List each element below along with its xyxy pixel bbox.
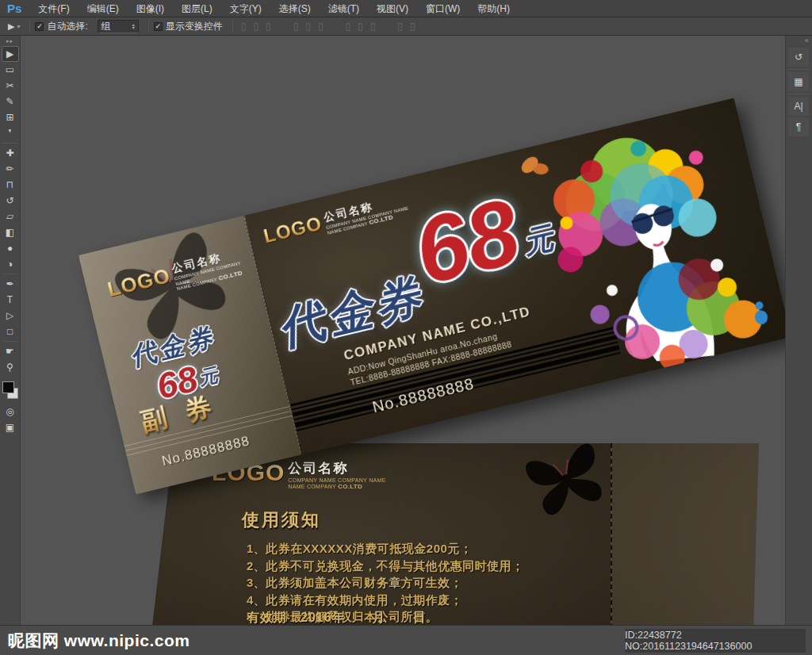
menu-edit[interactable]: 编辑(E) xyxy=(79,0,128,17)
zoom-tool-button[interactable]: ⚲ xyxy=(2,359,19,375)
toolbar-collapse-icon[interactable]: ▸▸ xyxy=(6,36,13,46)
current-tool-preset[interactable]: ▶ ▾ xyxy=(0,21,25,32)
align-bottom-edges-icon[interactable]: ▯ xyxy=(266,21,271,32)
color-swatches[interactable] xyxy=(1,380,20,404)
menu-image[interactable]: 图像(I) xyxy=(128,0,173,17)
clone-stamp-tool-button[interactable]: ⊓ xyxy=(2,177,19,193)
menu-select[interactable]: 选择(S) xyxy=(270,0,320,17)
divider xyxy=(3,143,17,144)
auto-align-layers-icon[interactable]: ▯ xyxy=(410,21,416,32)
photoshop-logo: Ps xyxy=(0,2,29,15)
menu-help[interactable]: 帮助(H) xyxy=(469,0,519,17)
align-top-edges-icon[interactable]: ▯ xyxy=(241,21,247,32)
company-logo-block: LOGO 公司名称 COMPANY NAME COMPANY NAME NAME… xyxy=(105,243,258,307)
divider xyxy=(787,94,810,94)
notice-item: 4、此券请在有效期内使用，过期作废； xyxy=(247,592,524,609)
menu-layer[interactable]: 图层(L) xyxy=(173,0,221,17)
path-selection-tool-button[interactable]: ▷ xyxy=(2,308,19,324)
quick-selection-tool-button[interactable]: ✎ xyxy=(2,94,19,109)
history-brush-tool-button[interactable]: ↺ xyxy=(2,193,19,209)
nipic-watermark: 昵图网 www.nipic.com xyxy=(0,630,190,652)
notice-item: 2、此券不可兑换现金，不得与其他优惠同时使用； xyxy=(247,557,524,575)
checkmark-icon: ✓ xyxy=(154,22,163,31)
notice-item: 1、此券在XXXXXX消费可抵现金200元； xyxy=(247,540,524,557)
tools-panel: ▸▸ ▶ ▭ ✂ ✎ ⊞ ❜ ✚ ✏ ⊓ ↺ ▱ ◧ ● ◑ ✒ T ▷ □ ☛… xyxy=(0,36,21,626)
dodge-tool-button[interactable]: ◑ xyxy=(2,256,19,272)
validity-date: 有效期：2016年 月 日 xyxy=(247,610,427,625)
align-horizontal-centers-icon[interactable]: ▯ xyxy=(305,21,311,32)
voucher-back-side[interactable]: LOGO 公司名称 COMPANY NAME COMPANY NAME NAME… xyxy=(148,443,759,625)
healing-brush-tool-button[interactable]: ✚ xyxy=(2,145,19,161)
divider xyxy=(3,341,17,342)
divider xyxy=(3,274,17,274)
menu-bar: Ps 文件(F) 编辑(E) 图像(I) 图层(L) 文字(Y) 选择(S) 滤… xyxy=(0,0,812,17)
character-panel-icon[interactable]: A| xyxy=(788,97,809,116)
coupon-amount: 68 xyxy=(407,186,528,299)
paragraph-panel-icon[interactable]: ¶ xyxy=(788,117,809,136)
type-tool-button[interactable]: T xyxy=(2,292,19,308)
butterfly-watermark xyxy=(508,424,624,534)
voucher-front-side[interactable]: LOGO 公司名称 COMPANY NAME COMPANY NAME NAME… xyxy=(79,98,785,495)
dock-collapse-icon[interactable]: « xyxy=(786,36,812,46)
notice-item: 3、此券须加盖本公司财务章方可生效； xyxy=(247,574,524,592)
document-canvas[interactable]: LOGO 公司名称 COMPANY NAME COMPANY NAME NAME… xyxy=(21,36,785,625)
distribute-top-edges-icon[interactable]: ▯ xyxy=(345,21,350,32)
auto-select-dropdown[interactable]: 组 ▴▾ xyxy=(98,20,139,33)
menu-type[interactable]: 文字(Y) xyxy=(221,0,270,17)
separator xyxy=(29,20,30,33)
brush-tool-button[interactable]: ✏ xyxy=(2,161,19,177)
show-transform-checkbox[interactable]: ✓ 显示变换控件 xyxy=(154,20,223,33)
align-vertical-centers-icon[interactable]: ▯ xyxy=(253,21,259,32)
updown-arrows-icon: ▴▾ xyxy=(132,23,135,29)
company-name-cn: 公司名称 xyxy=(288,459,385,477)
chevron-down-icon: ▾ xyxy=(17,23,20,30)
divider xyxy=(787,69,810,70)
align-right-edges-icon[interactable]: ▯ xyxy=(318,21,324,32)
separator xyxy=(148,20,149,33)
checkmark-icon: ✓ xyxy=(35,22,44,31)
paint-bucket-tool-button[interactable]: ◧ xyxy=(2,224,19,240)
menu-file[interactable]: 文件(F) xyxy=(29,0,78,17)
crop-tool-button[interactable]: ⊞ xyxy=(2,109,19,125)
butterfly-orange-icon xyxy=(516,151,551,182)
align-icons-group: ▯ ▯ ▯ ▯ ▯ ▯ ▯ ▯ ▯ ▯ ▯ xyxy=(241,21,416,32)
move-tool-button[interactable]: ▶ xyxy=(2,46,19,62)
usage-notice-title: 使用须知 xyxy=(242,508,321,532)
voucher-main: LOGO 公司名称 COMPANY NAME COMPANY NAME NAME… xyxy=(245,98,785,454)
adjustments-panel-icon[interactable]: ▦ xyxy=(788,72,809,91)
shape-tool-button[interactable]: □ xyxy=(2,324,19,339)
image-id-badge: ID:22438772 NO:20161123194647136000 xyxy=(625,629,806,653)
blur-tool-button[interactable]: ● xyxy=(2,240,19,256)
menu-filter[interactable]: 滤镜(T) xyxy=(320,0,368,17)
show-transform-label: 显示变换控件 xyxy=(166,20,223,33)
company-name-en: COMPANY NAME COMPANY NAME NAME COMPANY C… xyxy=(288,477,385,489)
separator xyxy=(232,20,233,33)
voucher-back-stub xyxy=(611,443,759,625)
foreground-color-swatch[interactable] xyxy=(2,381,14,393)
align-left-edges-icon[interactable]: ▯ xyxy=(293,21,299,32)
quick-mask-button[interactable]: ◎ xyxy=(2,404,19,419)
distribute-vertical-centers-icon[interactable]: ▯ xyxy=(358,21,363,32)
menu-window[interactable]: 窗口(W) xyxy=(417,0,469,17)
auto-select-value: 组 xyxy=(102,20,111,33)
eyedropper-tool-button[interactable]: ❜ xyxy=(2,125,19,141)
logo-text: LOGO xyxy=(105,263,174,302)
status-bar: 昵图网 www.nipic.com ID:22438772 NO:2016112… xyxy=(0,625,812,655)
history-panel-icon[interactable]: ↺ xyxy=(788,48,809,67)
auto-select-checkbox[interactable]: ✓ 自动选择: xyxy=(35,20,87,33)
eraser-tool-button[interactable]: ▱ xyxy=(2,209,19,224)
menu-view[interactable]: 视图(V) xyxy=(368,0,417,17)
tool-options-bar: ▶ ▾ ✓ 自动选择: 组 ▴▾ ✓ 显示变换控件 ▯ ▯ ▯ ▯ ▯ ▯ ▯ … xyxy=(0,17,812,36)
panel-dock: « ↺ ▦ A| ¶ xyxy=(785,36,812,626)
screen-mode-button[interactable]: ▣ xyxy=(2,419,19,435)
distribute-left-edges-icon[interactable]: ▯ xyxy=(397,21,403,32)
marquee-tool-button[interactable]: ▭ xyxy=(2,62,19,78)
hand-tool-button[interactable]: ☛ xyxy=(2,343,19,359)
move-tool-icon: ▶ xyxy=(8,21,14,32)
lasso-tool-button[interactable]: ✂ xyxy=(2,78,19,94)
distribute-bottom-edges-icon[interactable]: ▯ xyxy=(370,21,376,32)
auto-select-label: 自动选择: xyxy=(47,20,87,33)
pen-tool-button[interactable]: ✒ xyxy=(2,276,19,292)
